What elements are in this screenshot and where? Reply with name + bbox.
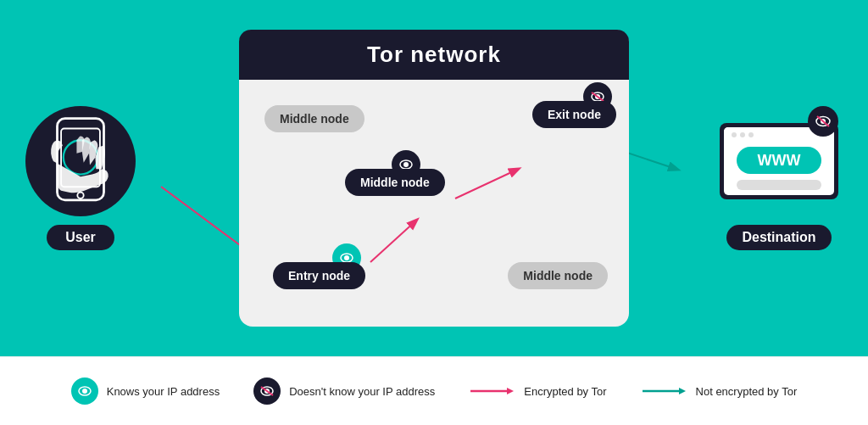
tor-network-box: Tor network Middle no bbox=[239, 30, 629, 327]
phone-icon bbox=[42, 115, 119, 208]
legend-not-encrypted-arrow-svg bbox=[641, 385, 687, 397]
svg-line-6 bbox=[370, 220, 417, 262]
destination-monitor: WWW bbox=[715, 106, 843, 216]
svg-point-22 bbox=[732, 132, 737, 137]
user-section: User bbox=[25, 106, 136, 250]
svg-point-24 bbox=[748, 132, 754, 137]
legend-knows-ip-text: Knows your IP address bbox=[107, 385, 220, 398]
svg-marker-34 bbox=[507, 388, 514, 394]
legend-not-encrypted-text: Not encrypted by Tor bbox=[696, 385, 798, 398]
legend-encrypted: Encrypted by Tor bbox=[469, 385, 606, 398]
svg-marker-36 bbox=[679, 388, 686, 394]
entry-node: Entry node bbox=[273, 262, 365, 289]
user-avatar bbox=[25, 106, 136, 216]
dest-eye-svg bbox=[814, 112, 832, 131]
svg-text:WWW: WWW bbox=[758, 152, 801, 169]
legend-not-encrypted: Not encrypted by Tor bbox=[641, 385, 798, 398]
entry-node-container: Entry node bbox=[273, 262, 365, 289]
legend-encrypted-arrow-container bbox=[469, 385, 515, 397]
tor-content: Middle node Exit node bbox=[239, 80, 629, 327]
svg-point-13 bbox=[403, 162, 409, 167]
svg-point-23 bbox=[740, 132, 745, 137]
legend-closed-eye-icon bbox=[253, 377, 281, 405]
main-diagram: User Tor network bbox=[0, 0, 868, 356]
middle-node-center: Middle node bbox=[345, 169, 445, 196]
tor-header: Tor network bbox=[239, 30, 629, 80]
user-label: User bbox=[47, 225, 114, 250]
legend-open-eye-svg bbox=[76, 383, 93, 400]
middle-node-tl: Middle node bbox=[264, 105, 364, 132]
destination-label: Destination bbox=[726, 225, 831, 250]
exit-node-container: Exit node bbox=[532, 101, 616, 128]
middle-node-br: Middle node bbox=[508, 262, 608, 289]
svg-point-29 bbox=[82, 389, 87, 394]
exit-node: Exit node bbox=[532, 101, 616, 128]
legend-encrypted-arrow-svg bbox=[469, 385, 515, 397]
svg-rect-27 bbox=[737, 180, 821, 190]
middle-node-center-container: Middle node bbox=[345, 169, 445, 196]
legend-doesnt-know-ip: Doesn't know your IP address bbox=[253, 377, 435, 405]
tor-title: Tor network bbox=[367, 42, 501, 67]
svg-point-5 bbox=[77, 193, 83, 199]
legend-bar: Knows your IP address Doesn't know your … bbox=[0, 356, 868, 425]
legend-open-eye-icon bbox=[71, 377, 98, 405]
legend-closed-eye-svg bbox=[259, 383, 275, 400]
legend-encrypted-text: Encrypted by Tor bbox=[524, 385, 606, 398]
legend-not-encrypted-arrow-container bbox=[641, 385, 687, 397]
destination-section: WWW Destination bbox=[715, 106, 843, 250]
svg-line-7 bbox=[455, 169, 519, 199]
legend-doesnt-know-ip-text: Doesn't know your IP address bbox=[289, 385, 435, 398]
legend-knows-ip: Knows your IP address bbox=[71, 377, 220, 405]
svg-point-15 bbox=[344, 255, 349, 260]
dest-eye-icon bbox=[808, 106, 838, 137]
